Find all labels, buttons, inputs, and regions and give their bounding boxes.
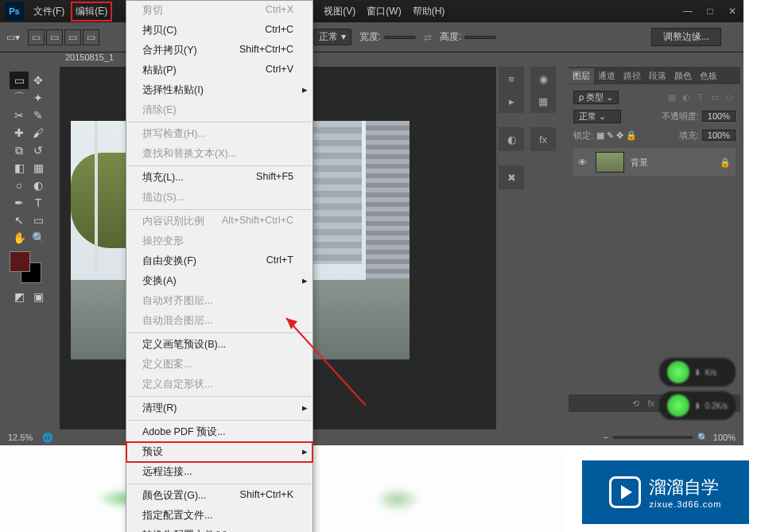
overlay-bubbles: ⬇K/s ⬇0.2K/s <box>659 358 736 425</box>
foreground-color[interactable] <box>10 251 30 272</box>
play-icon <box>609 476 641 508</box>
marquee-tool[interactable]: ▭ <box>10 72 29 89</box>
quickmask-toggle[interactable]: ◩ <box>10 288 29 305</box>
menu-cut[interactable]: 剪切Ctrl+X <box>126 1 313 21</box>
titlebar: Ps 文件(F) 编辑(E) 视图(V) 窗口(W) 帮助(H) — □ ✕ <box>0 0 743 22</box>
tab-paragraph[interactable]: 段落 <box>645 68 670 83</box>
minimize-button[interactable]: — <box>677 3 699 19</box>
stamp-tool[interactable]: ⧉ <box>10 142 29 159</box>
menu-edit[interactable]: 编辑(E) <box>71 2 112 21</box>
screenmode-toggle[interactable]: ▣ <box>29 288 48 305</box>
menu-assign-profile[interactable]: 指定配置文件... <box>126 506 313 526</box>
magic-wand-tool[interactable]: ✦ <box>29 89 48 107</box>
tab-channels[interactable]: 通道 <box>594 68 619 83</box>
document-tab[interactable]: 20150815_1 <box>65 52 114 62</box>
menu-adobe-pdf[interactable]: Adobe PDF 预设... <box>126 422 313 442</box>
menu-convert-profile[interactable]: 转换为配置文件(V)... <box>126 526 313 532</box>
avatar-icon <box>667 361 689 383</box>
swatches-icon[interactable]: ▦ <box>534 92 552 110</box>
lock-icon: 🔒 <box>720 157 731 168</box>
menu-stroke[interactable]: 描边(S)... <box>126 188 313 208</box>
menu-copy[interactable]: 拷贝(C)Ctrl+C <box>126 21 313 41</box>
menu-transform[interactable]: 变换(A)▸ <box>126 271 313 291</box>
menu-find-replace[interactable]: 查找和替换文本(X)... <box>126 144 313 164</box>
menu-paste[interactable]: 粘贴(P)Ctrl+V <box>126 60 313 80</box>
layer-background[interactable]: 👁 背景 🔒 <box>573 148 736 177</box>
menu-window[interactable]: 窗口(W) <box>362 2 406 21</box>
zoom-tool[interactable]: 🔍 <box>29 229 48 247</box>
blur-tool[interactable]: ○ <box>10 177 29 194</box>
move-tool[interactable]: ✥ <box>29 72 48 89</box>
styles-icon[interactable]: fx <box>534 130 552 148</box>
menu-view[interactable]: 视图(V) <box>319 2 360 21</box>
tab-paths[interactable]: 路径 <box>619 68 645 83</box>
menu-content-aware[interactable]: 内容识别比例Alt+Shift+Ctrl+C <box>126 212 313 231</box>
brush-tool[interactable]: 🖌 <box>29 124 48 142</box>
menubar: 文件(F) 编辑(E) <box>29 2 112 21</box>
menu-remote[interactable]: 远程连接... <box>126 462 313 482</box>
zoom-in-icon[interactable]: 🔍 <box>697 433 708 443</box>
menu-file[interactable]: 文件(F) <box>29 2 69 21</box>
status-bar: 12.5% 🌐 − 🔍 100% <box>0 429 743 445</box>
layer-thumbnail <box>596 152 624 173</box>
wrench-icon[interactable]: ✖ <box>503 169 520 186</box>
opacity-value[interactable]: 100% <box>702 111 736 122</box>
actions-icon[interactable]: ▸ <box>503 92 520 110</box>
eraser-tool[interactable]: ◧ <box>10 159 29 177</box>
menu-free-transform[interactable]: 自由变换(F)Ctrl+T <box>126 251 313 271</box>
type-tool[interactable]: T <box>29 194 48 212</box>
visibility-icon[interactable]: 👁 <box>578 157 589 167</box>
tab-layers[interactable]: 图层 <box>569 68 594 83</box>
maximize-button[interactable]: □ <box>699 3 721 19</box>
window-controls: — □ ✕ <box>677 3 743 19</box>
doc-info-icon[interactable]: 🌐 <box>42 433 53 443</box>
zoom-pct: 100% <box>713 433 736 442</box>
crop-tool[interactable]: ✂ <box>10 107 29 124</box>
layer-name: 背景 <box>631 157 648 169</box>
dodge-tool[interactable]: ◐ <box>29 177 48 194</box>
hand-tool[interactable]: ✋ <box>10 229 29 247</box>
edit-menu-dropdown: 剪切Ctrl+X 拷贝(C)Ctrl+C 合并拷贝(Y)Shift+Ctrl+C… <box>126 0 313 532</box>
menu-color-settings[interactable]: 颜色设置(G)...Shift+Ctrl+K <box>126 486 313 506</box>
pen-tool[interactable]: ✒ <box>10 194 29 212</box>
link-layers-icon[interactable]: ⟲ <box>629 397 642 410</box>
path-select-tool[interactable]: ↖ <box>10 212 29 229</box>
gradient-tool[interactable]: ▦ <box>29 159 48 177</box>
menu-clear[interactable]: 清除(E) <box>126 100 313 120</box>
mode-select[interactable]: 正常 ▾ <box>313 29 351 45</box>
refine-edge-button[interactable]: 调整边缘... <box>651 28 721 46</box>
ps-logo: Ps <box>5 2 24 21</box>
zoom-level[interactable]: 12.5% <box>8 433 33 442</box>
healing-tool[interactable]: ✚ <box>10 124 29 142</box>
avatar-icon <box>667 394 689 417</box>
tab-color[interactable]: 颜色 <box>670 68 696 83</box>
layer-kind-select[interactable]: ρ 类型 ⌄ <box>573 91 619 104</box>
height-input[interactable] <box>464 36 496 39</box>
fill-value[interactable]: 100% <box>702 130 736 141</box>
shape-tool[interactable]: ▭ <box>29 212 48 229</box>
tools-panel: ▭✥ ⌒✦ ✂✎ ✚🖌 ⧉↺ ◧▦ ○◐ ✒T ↖▭ ✋🔍 ◩▣ <box>6 68 51 309</box>
fx-icon[interactable]: fx <box>645 397 658 410</box>
lasso-tool[interactable]: ⌒ <box>10 89 29 107</box>
history-brush-tool[interactable]: ↺ <box>29 142 48 159</box>
menu-copy-merged[interactable]: 合并拷贝(Y)Shift+Ctrl+C <box>126 41 313 60</box>
zoom-out-icon[interactable]: − <box>603 433 608 442</box>
history-icon[interactable]: ≡ <box>503 70 520 87</box>
menu-help[interactable]: 帮助(H) <box>408 2 450 21</box>
tab-swatches[interactable]: 色板 <box>696 68 721 83</box>
adjustments-icon[interactable]: ◐ <box>503 130 520 148</box>
close-button[interactable]: ✕ <box>721 3 743 19</box>
lock-label: 锁定: <box>573 130 593 142</box>
watermark: 溜溜自学 zixue.3d66.com <box>582 460 749 524</box>
width-input[interactable] <box>384 36 416 39</box>
blend-mode-select[interactable]: 正常 ⌄ <box>573 110 621 123</box>
height-label: 高度: <box>440 30 461 44</box>
menu-presets[interactable]: 预设▸ <box>126 442 313 462</box>
eyedropper-tool[interactable]: ✎ <box>29 107 48 124</box>
menu-puppet-warp[interactable]: 操控变形 <box>126 231 313 251</box>
menu-fill[interactable]: 填充(L)...Shift+F5 <box>126 168 313 188</box>
color-swatches[interactable] <box>10 251 41 283</box>
menu-spell[interactable]: 拼写检查(H)... <box>126 124 313 144</box>
color-icon[interactable]: ◉ <box>534 70 552 87</box>
menu-paste-special[interactable]: 选择性粘贴(I)▸ <box>126 80 313 100</box>
